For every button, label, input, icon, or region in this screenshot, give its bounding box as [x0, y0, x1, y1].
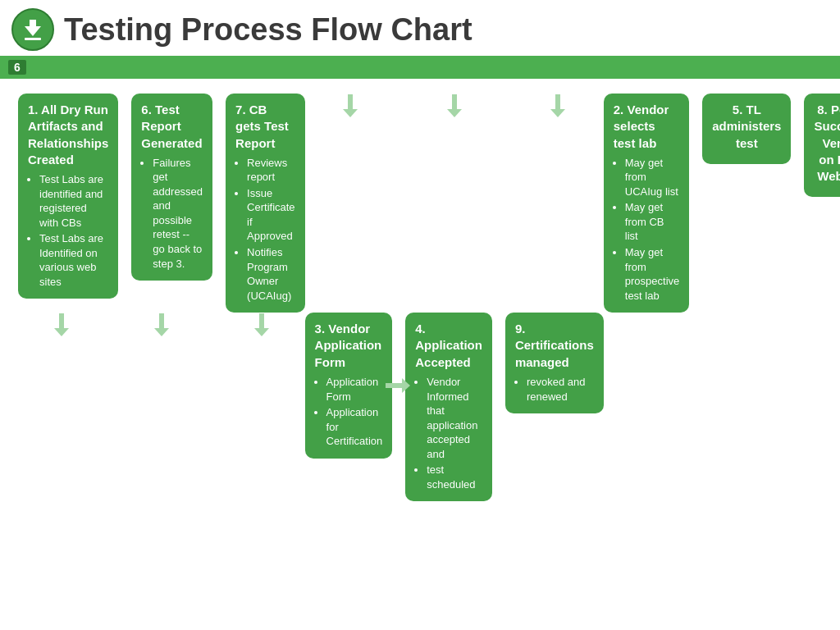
- list-item: Vendor Informed that application accepte…: [427, 375, 482, 461]
- list-item: Application Form: [326, 375, 383, 404]
- list-item: Failures get addressed and possible rete…: [153, 156, 203, 271]
- list-item: Test Labs are Identified on various web …: [39, 231, 108, 289]
- card-9-title: 9. Certifications managed: [515, 321, 594, 371]
- conn-5-down: [118, 313, 205, 337]
- conn-6-down: [409, 94, 500, 118]
- list-item: Issue Certificate if Approved: [247, 186, 295, 244]
- card-3-title: 3. Vendor Application Form: [315, 321, 383, 371]
- down-arrow-8: [254, 313, 269, 336]
- slide-number: 6: [8, 60, 26, 75]
- card-5-wrap: 5. TL administers test: [702, 94, 791, 164]
- card-1-bullets: Test Labs are identified and registered …: [28, 172, 108, 289]
- list-item: Reviews report: [247, 156, 295, 185]
- down-arrow-5: [154, 313, 169, 336]
- card-8: 8. Posting Successful Vendors on Public …: [804, 94, 840, 197]
- card-4-title: 4. Application Accepted: [415, 321, 482, 371]
- download-icon: [11, 8, 54, 51]
- row-2: 2. Vendor selects test lab May get from …: [604, 94, 840, 313]
- card-6-wrap: 6. Test Report Generated Failures get ad…: [131, 94, 212, 281]
- conn-1-down: [305, 94, 396, 118]
- card-2-wrap: 2. Vendor selects test lab May get from …: [604, 94, 689, 313]
- conn-8-down: [218, 313, 305, 337]
- list-item: May get from prospective test lab: [625, 245, 679, 303]
- down-arrow-1: [343, 94, 358, 117]
- connector-row-1: [305, 94, 604, 118]
- down-arrow-7: [550, 94, 565, 117]
- connector-row-2: [18, 313, 305, 337]
- card-9: 9. Certifications managed revoked and re…: [505, 313, 604, 413]
- card-3: 3. Vendor Application Form Application F…: [305, 313, 393, 458]
- list-item: Test Labs are identified and registered …: [39, 172, 108, 230]
- card-9-bullets: revoked and renewed: [515, 375, 594, 404]
- card-2: 2. Vendor selects test lab May get from …: [604, 94, 689, 313]
- card-1-wrap: 1. All Dry Run Artifacts and Relationshi…: [18, 94, 118, 299]
- card-1: 1. All Dry Run Artifacts and Relationshi…: [18, 94, 118, 299]
- list-item: May get from UCAIug list: [625, 156, 679, 199]
- row-3: 3. Vendor Application Form Application F…: [305, 313, 604, 501]
- card-7: 7. CB gets Test Report Reviews report Is…: [226, 94, 305, 313]
- card-4: 4. Application Accepted Vendor Informed …: [405, 313, 492, 501]
- list-item: test scheduled: [427, 463, 482, 491]
- card-3-bullets: Application Form Application for Certifi…: [315, 375, 383, 449]
- header: Testing Process Flow Chart: [0, 0, 840, 56]
- card-4-wrap: 4. Application Accepted Vendor Informed …: [405, 313, 492, 501]
- page-title: Testing Process Flow Chart: [64, 12, 472, 48]
- list-item: May get from CB list: [625, 200, 679, 244]
- card-7-title: 7. CB gets Test Report: [235, 102, 295, 152]
- card-6-bullets: Failures get addressed and possible rete…: [141, 156, 203, 271]
- card-2-title: 2. Vendor selects test lab: [614, 102, 679, 152]
- card-9-wrap: 9. Certifications managed revoked and re…: [505, 313, 604, 413]
- card-6: 6. Test Report Generated Failures get ad…: [131, 94, 212, 281]
- flow-chart: 1. All Dry Run Artifacts and Relationshi…: [0, 79, 840, 509]
- list-item: Notifies Program Owner (UCAIug): [247, 245, 295, 303]
- card-4-bullets: Vendor Informed that application accepte…: [415, 375, 482, 491]
- svg-rect-2: [25, 38, 41, 40]
- list-item: revoked and renewed: [527, 375, 594, 404]
- down-arrow-6: [447, 94, 462, 117]
- card-8-title: 8. Posting Successful Vendors on Public …: [814, 102, 840, 185]
- card-2-bullets: May get from UCAIug list May get from CB…: [614, 156, 679, 303]
- card-1-title: 1. All Dry Run Artifacts and Relationshi…: [28, 102, 108, 168]
- down-arrow-2: [54, 313, 69, 336]
- h-connector-3-4: [386, 378, 410, 393]
- list-item: Application for Certification: [326, 405, 383, 449]
- conn-7-down: [513, 94, 604, 118]
- card-7-wrap: 7. CB gets Test Report Reviews report Is…: [226, 94, 305, 313]
- card-8-wrap: 8. Posting Successful Vendors on Public …: [804, 94, 840, 197]
- card-6-title: 6. Test Report Generated: [141, 102, 203, 152]
- card-5: 5. TL administers test: [702, 94, 791, 164]
- card-7-bullets: Reviews report Issue Certificate if Appr…: [235, 156, 295, 303]
- slide-bar: 6: [0, 56, 840, 79]
- row-1: 1. All Dry Run Artifacts and Relationshi…: [18, 94, 305, 313]
- card-3-wrap: 3. Vendor Application Form Application F…: [305, 313, 393, 458]
- card-5-title: 5. TL administers test: [712, 102, 781, 152]
- conn-2-down: [18, 313, 105, 337]
